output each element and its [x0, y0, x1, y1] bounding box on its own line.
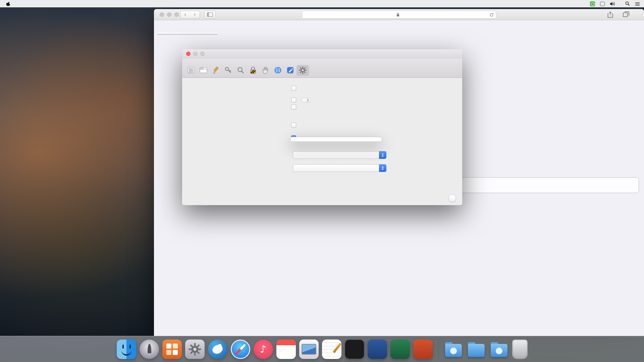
- preferences-toolbar: [182, 58, 462, 78]
- encoding-dropdown-menu: [290, 137, 382, 142]
- trash-icon[interactable]: [512, 340, 528, 359]
- popup-chevrons-icon: [379, 164, 386, 172]
- tab-privacy[interactable]: [259, 65, 272, 76]
- lock-icon: [396, 13, 399, 17]
- powerpoint-icon[interactable]: [413, 340, 433, 359]
- itunes-icon[interactable]: [254, 340, 273, 359]
- browser-toolbar: ‹ ›: [154, 9, 644, 20]
- gear-icon: [299, 66, 307, 74]
- thunderbird-icon[interactable]: [208, 340, 227, 359]
- extensions-icon: [286, 66, 294, 74]
- general-icon: [187, 66, 195, 74]
- min-font-size-checkbox[interactable]: [291, 98, 296, 103]
- safari-preferences-window: [182, 49, 462, 205]
- share-icon[interactable]: [607, 11, 613, 18]
- key-icon: [224, 66, 232, 74]
- font-size-popup[interactable]: [302, 98, 311, 103]
- downloads-arrow-icon: [496, 348, 502, 354]
- smart-search-row: [189, 86, 457, 91]
- security-lock-icon: [249, 66, 257, 74]
- prefs-minimize-button: [193, 52, 198, 56]
- safari-dock-icon[interactable]: [231, 340, 250, 359]
- encoding-popup[interactable]: [293, 164, 386, 172]
- help-button[interactable]: [448, 194, 456, 202]
- prefs-close-button[interactable]: [186, 52, 191, 56]
- app-grid-icon[interactable]: [162, 340, 182, 359]
- tab-advanced[interactable]: [297, 65, 309, 76]
- tab-passwords[interactable]: [222, 65, 234, 76]
- downloads-folder-icon[interactable]: [489, 340, 509, 359]
- sidebar-header: [157, 32, 218, 35]
- notification-center-icon[interactable]: [635, 2, 640, 6]
- window-zoom-button[interactable]: [174, 12, 179, 17]
- menubar-status-area: [590, 1, 640, 6]
- offline-reading-checkbox[interactable]: [291, 123, 296, 128]
- tabs-icon: [199, 66, 208, 74]
- applications-folder-icon[interactable]: [444, 340, 463, 359]
- display-app-icon[interactable]: [299, 340, 319, 359]
- tab-extensions[interactable]: [284, 65, 297, 76]
- finder-icon[interactable]: [117, 340, 136, 359]
- applications-badge: [450, 348, 457, 354]
- hand-icon: [261, 66, 270, 74]
- textedit-icon[interactable]: [322, 340, 341, 359]
- dock: [0, 336, 644, 362]
- tab-websites[interactable]: [272, 65, 284, 76]
- launchpad-icon[interactable]: [140, 340, 159, 359]
- magnifier-icon: [236, 66, 245, 74]
- pencil-icon: [212, 66, 220, 74]
- reading-list-row: [189, 123, 457, 128]
- sidebar-toggle-button[interactable]: [204, 11, 216, 18]
- reload-icon[interactable]: [489, 13, 494, 17]
- terminal-icon[interactable]: [345, 340, 364, 359]
- status-app-icon[interactable]: [590, 1, 595, 6]
- tab-highlight-checkbox[interactable]: [291, 105, 296, 110]
- spotlight-icon[interactable]: [625, 1, 630, 6]
- tab-search[interactable]: [234, 65, 247, 76]
- menu-scroll-down-arrow[interactable]: [290, 138, 382, 140]
- recent-updates-sidebar: [157, 32, 218, 37]
- volume-icon[interactable]: [610, 2, 615, 6]
- prefs-zoom-button: [200, 52, 205, 56]
- calendar-month: [276, 340, 296, 345]
- tab-autofill[interactable]: [210, 65, 222, 76]
- apple-menu-icon[interactable]: [4, 1, 12, 6]
- smart-search-checkbox[interactable]: [291, 86, 296, 91]
- menu-extra-icon[interactable]: [600, 2, 605, 6]
- dock-separator: [438, 339, 438, 359]
- tab-tabs[interactable]: [197, 65, 210, 76]
- forward-button[interactable]: ›: [190, 11, 200, 18]
- tab-overview-icon[interactable]: [623, 11, 629, 17]
- back-button[interactable]: ‹: [180, 11, 190, 18]
- tab-security[interactable]: [247, 65, 259, 76]
- stylesheet-popup[interactable]: [293, 151, 386, 159]
- tab-general[interactable]: [185, 65, 197, 76]
- window-close-button[interactable]: [160, 12, 164, 17]
- documents-folder-icon[interactable]: [467, 340, 486, 359]
- word-icon[interactable]: [368, 340, 387, 359]
- calendar-icon[interactable]: [276, 340, 296, 359]
- window-minimize-button[interactable]: [167, 12, 171, 17]
- accessibility-row-2: [189, 105, 457, 110]
- system-preferences-icon[interactable]: [185, 340, 205, 359]
- excel-icon[interactable]: [390, 340, 410, 359]
- popup-chevrons-icon: [379, 151, 386, 159]
- preferences-titlebar: [182, 49, 462, 58]
- menubar: [0, 0, 644, 7]
- globe-icon: [274, 66, 282, 74]
- address-bar[interactable]: [302, 11, 496, 18]
- accessibility-row-1: [189, 98, 457, 103]
